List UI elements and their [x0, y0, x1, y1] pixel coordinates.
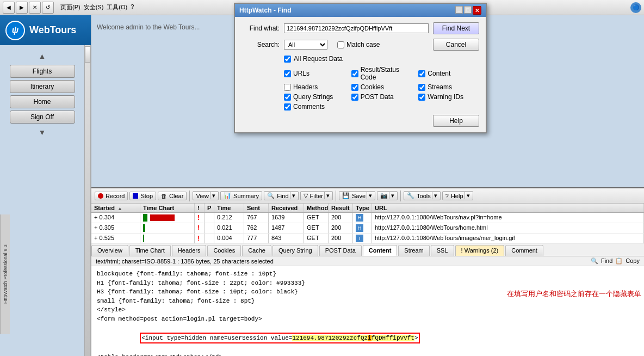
- cancel-button[interactable]: Cancel: [433, 39, 479, 51]
- back-button[interactable]: ◀: [3, 2, 15, 14]
- help-dropdown-icon[interactable]: ▾: [465, 192, 470, 199]
- table-row[interactable]: + 0.305 ! 0.021 762 1487 GET 200 H http:…: [91, 223, 644, 234]
- menu-security[interactable]: 安全(S): [84, 3, 104, 11]
- result-checkbox[interactable]: [351, 70, 358, 77]
- stop-button[interactable]: ✕: [29, 2, 41, 14]
- search-in-comments: Comments: [284, 103, 345, 111]
- dialog-minimize-button[interactable]: _: [455, 6, 463, 14]
- dialog-titlebar: HttpWatch - Find _ □ ✕: [235, 4, 486, 17]
- postdata-checkbox[interactable]: [351, 94, 358, 101]
- stop-button[interactable]: Stop: [129, 192, 156, 200]
- tab-overview[interactable]: Overview: [91, 245, 128, 256]
- nav-arrow-down[interactable]: ▼: [0, 126, 84, 139]
- find-what-input[interactable]: [284, 23, 429, 33]
- dialog-maximize-button[interactable]: □: [464, 6, 472, 14]
- tab-postdata[interactable]: POST Data: [319, 245, 362, 256]
- search-select[interactable]: All Current: [284, 40, 327, 50]
- tab-warnings[interactable]: ! Warnings (2): [455, 245, 505, 256]
- find-label[interactable]: Find: [601, 257, 612, 265]
- flights-button[interactable]: Flights: [10, 65, 75, 78]
- comments-checkbox[interactable]: [284, 103, 291, 111]
- tab-comment[interactable]: Comment: [505, 245, 543, 256]
- menu-bar: 页面(P) 安全(S) 工具(O) ?: [60, 3, 134, 11]
- row1-result: 200: [329, 213, 353, 223]
- row2-excl: !: [195, 223, 205, 233]
- highlight-box1: <input type=hidden name=userSession valu…: [140, 333, 419, 344]
- clear-button[interactable]: 🗑 Clear: [158, 192, 187, 200]
- tab-content[interactable]: Content: [363, 245, 398, 256]
- menu-help[interactable]: ?: [131, 3, 134, 11]
- headers-checkbox[interactable]: [284, 84, 291, 91]
- warningids-checkbox[interactable]: [418, 94, 425, 101]
- forward-button[interactable]: ▶: [16, 2, 28, 14]
- row2-type: H: [353, 223, 372, 233]
- save-dropdown-icon[interactable]: ▾: [367, 192, 372, 199]
- tab-timechart[interactable]: Time Chart: [129, 245, 171, 256]
- code-line: <table border=0><tr><td>&nbsp;</td>: [97, 353, 639, 356]
- content-checkbox[interactable]: [418, 70, 425, 77]
- help-button[interactable]: Help: [433, 115, 479, 127]
- search-in-querystrings: Query Strings: [284, 93, 345, 101]
- search-in-grid: URLs Result/Status Code Content Headers …: [284, 66, 479, 111]
- camera-dropdown-icon[interactable]: ▾: [389, 192, 394, 199]
- col-sent[interactable]: Sent: [244, 204, 269, 212]
- itinerary-button[interactable]: Itinerary: [10, 80, 75, 93]
- menu-tools[interactable]: 工具(O): [107, 3, 127, 11]
- querystrings-checkbox[interactable]: [284, 94, 291, 101]
- hw-tabs: Overview Time Chart Headers Cookies Cach…: [91, 244, 644, 256]
- dialog-close-button[interactable]: ✕: [473, 6, 481, 15]
- col-time[interactable]: Time: [214, 204, 244, 212]
- cookies-checkbox[interactable]: [351, 84, 358, 91]
- find-dropdown-icon[interactable]: ▾: [290, 192, 295, 199]
- camera-button[interactable]: 📷 ▾: [377, 191, 398, 200]
- filter-button[interactable]: ▽ Filter ▾: [300, 191, 333, 200]
- home-button[interactable]: Home: [10, 95, 75, 108]
- tab-stream[interactable]: Stream: [398, 245, 429, 256]
- tab-ssl[interactable]: SSL: [431, 245, 454, 256]
- help-button[interactable]: ? Help ▾: [442, 191, 473, 200]
- record-button[interactable]: Record: [95, 192, 128, 200]
- all-request-data-checkbox[interactable]: [284, 56, 291, 63]
- col-method[interactable]: Method: [304, 204, 329, 212]
- search-in-cookies: Cookies: [351, 83, 412, 91]
- signoff-button[interactable]: Sign Off: [10, 111, 75, 124]
- search-in-result: Result/Status Code: [351, 66, 412, 81]
- match-case-checkbox[interactable]: [337, 41, 344, 48]
- tab-headers[interactable]: Headers: [172, 245, 207, 256]
- row2-sent: 762: [244, 223, 269, 233]
- find-next-button[interactable]: Find Next: [433, 22, 479, 34]
- col-started[interactable]: Started ▲: [91, 204, 140, 212]
- search-in-content: Content: [418, 66, 479, 81]
- menu-page[interactable]: 页面(P): [60, 3, 81, 11]
- row1-method: GET: [304, 213, 329, 223]
- col-received[interactable]: Received: [269, 204, 304, 212]
- copy-label[interactable]: Copy: [626, 257, 640, 265]
- row3-received: 843: [269, 234, 304, 243]
- tools-button[interactable]: 🔧 Tools ▾: [404, 191, 441, 200]
- col-type[interactable]: Type: [353, 204, 372, 212]
- row2-result: 200: [329, 223, 353, 233]
- tab-cookies[interactable]: Cookies: [207, 245, 241, 256]
- search-in-warningids: Warning IDs: [418, 93, 479, 101]
- col-url[interactable]: URL: [372, 204, 644, 212]
- refresh-button[interactable]: ↺: [42, 2, 54, 14]
- view-dropdown-icon[interactable]: ▾: [210, 192, 215, 199]
- urls-checkbox[interactable]: [284, 70, 291, 77]
- save-button[interactable]: 💾 Save ▾: [339, 191, 375, 200]
- tab-querystring[interactable]: Query String: [273, 245, 318, 256]
- nav-arrow-up[interactable]: ▲: [0, 50, 84, 63]
- find-button[interactable]: 🔍 Find ▾: [264, 191, 298, 200]
- view-button[interactable]: View ▾: [193, 191, 219, 200]
- row1-excl: !: [195, 213, 205, 223]
- status-text: text/html; charset=ISO-8859-1 : 1386 byt…: [96, 258, 274, 265]
- col-result[interactable]: Result: [329, 204, 353, 212]
- tab-cache[interactable]: Cache: [242, 245, 271, 256]
- filter-dropdown-icon[interactable]: ▾: [324, 192, 330, 199]
- summary-button[interactable]: 📊 Summary: [220, 191, 262, 200]
- streams-checkbox[interactable]: [418, 84, 425, 91]
- tools-dropdown-icon[interactable]: ▾: [432, 192, 437, 199]
- table-row[interactable]: + 0.525 ! 0.004 777 843 GET 200 I http:/…: [91, 234, 644, 244]
- table-row[interactable]: + 0.304 ! 0.212 767 1639 GET 200 H http:…: [91, 213, 644, 223]
- col-timechart[interactable]: Time Chart: [140, 204, 195, 212]
- sidebar-scrollbar[interactable]: [84, 45, 91, 356]
